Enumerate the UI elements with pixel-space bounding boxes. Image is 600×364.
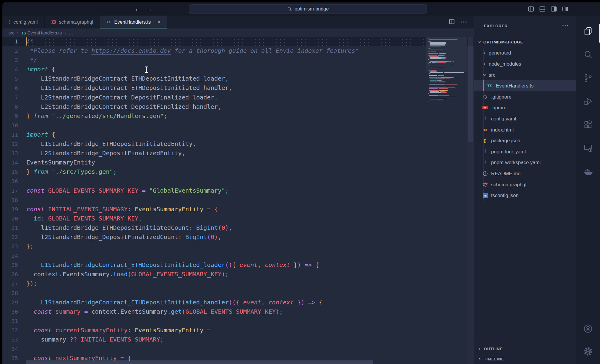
code-line-29[interactable]: 29 L1StandardBridgeContract_ETHDepositIn… [2, 298, 474, 307]
nav-forward-button[interactable]: → [146, 6, 152, 12]
split-editor-icon[interactable] [448, 18, 455, 26]
code-line-20[interactable]: 20 id: GLOBAL_EVENTS_SUMMARY_KEY, [2, 214, 474, 223]
code-line-3[interactable]: 3 */ [2, 55, 474, 65]
code-line-14[interactable]: 14EventsSummaryEntity [2, 158, 474, 167]
tab-label: EventHandlers.ts [114, 19, 151, 25]
tab-config-yaml[interactable]: !config.yaml [2, 16, 45, 28]
tree-item-label: OPTIMISM-BRIDGE [483, 40, 523, 44]
code-line-6[interactable]: 6 L1StandardBridgeContract_ETHDepositIni… [2, 83, 474, 93]
tab-schema-graphql[interactable]: schema.graphql [45, 16, 100, 28]
explorer-more-actions-icon[interactable]: ··· [562, 22, 569, 29]
command-center-search[interactable]: optimism-bridge [189, 4, 427, 13]
horizontal-scrollbar[interactable] [26, 360, 373, 364]
tree-item--gitignore[interactable]: .gitignore [474, 91, 576, 102]
tab-label: schema.graphql [59, 19, 93, 25]
code-editor[interactable]: 1/*2 *Please refer to https://docs.envio… [2, 37, 474, 364]
search-icon [287, 7, 292, 12]
code-line-16[interactable]: 16 [2, 176, 474, 186]
code-line-4[interactable]: 4import { [2, 65, 474, 74]
extensions-icon[interactable] [583, 119, 593, 130]
line-number: 17 [2, 186, 18, 195]
line-number: 35 [2, 354, 18, 363]
tree-item-tsconfig-json[interactable]: TStsconfig.json [474, 190, 576, 201]
code-line-23[interactable]: 23}; [2, 242, 474, 251]
code-line-13[interactable]: 13 L2StandardBridge_DepositFinalizedEnti… [2, 149, 474, 158]
run-debug-icon[interactable] [583, 96, 593, 107]
code-line-2[interactable]: 2 *Please refer to https://docs.envio.de… [2, 46, 474, 55]
toggle-left-sidebar-icon[interactable] [527, 5, 535, 13]
docker-icon[interactable] [583, 166, 593, 177]
customize-layout-icon[interactable] [562, 5, 569, 13]
tree-item-pnpm-workspace-yaml[interactable]: !pnpm-workspace.yaml [474, 157, 576, 168]
editor-more-actions-icon[interactable]: ··· [460, 19, 467, 25]
indent-guide [33, 214, 33, 223]
toggle-panel-icon[interactable] [539, 5, 546, 13]
json-icon: {} [484, 138, 487, 143]
line-number: 5 [2, 74, 18, 83]
tree-item-label: EventHandlers.ts [496, 83, 534, 89]
line-number: 6 [2, 83, 18, 93]
explorer-icon[interactable] [583, 26, 593, 37]
code-line-1[interactable]: 1/* [2, 37, 474, 46]
tree-item--npmrc[interactable]: n.npmrc [474, 102, 576, 114]
code-line-8[interactable]: 8 L2StandardBridgeContract_DepositFinali… [2, 102, 474, 111]
tree-item-package-json[interactable]: {}package.json [474, 135, 576, 146]
explorer-sidebar: EXPLORER ··· OPTIMISM-BRIDGEgeneratednod… [474, 16, 576, 364]
code-line-11[interactable]: 11import { [2, 130, 474, 139]
outline-section-header[interactable]: OUTLINE [474, 344, 576, 354]
line-number: 18 [2, 195, 18, 205]
minimap[interactable] [426, 37, 467, 364]
tree-item-pnpm-lock-yaml[interactable]: !pnpm-lock.yaml [474, 146, 576, 157]
code-line-34[interactable]: 34 [2, 344, 474, 354]
tree-item-eventhandlers-ts[interactable]: TSEventHandlers.ts [474, 80, 576, 91]
tree-item-generated[interactable]: generated [474, 48, 576, 59]
breadcrumb-item[interactable]: src [8, 30, 14, 35]
breadcrumb-chevron-icon: › [64, 30, 66, 35]
code-line-7[interactable]: 7 L2StandardBridgeContract_DepositFinali… [2, 93, 474, 102]
timeline-section-header[interactable]: TIMELINE [474, 354, 576, 364]
yaml-icon: ! [484, 116, 486, 122]
line-number: 1 [2, 37, 18, 46]
toggle-right-sidebar-icon[interactable] [550, 5, 557, 13]
tree-item-index-html[interactable]: <>index.html [474, 124, 576, 135]
code-line-5[interactable]: 5 L1StandardBridgeContract_ETHDepositIni… [2, 74, 474, 83]
nav-back-button[interactable]: ← [134, 6, 141, 12]
close-tab-icon[interactable]: × [157, 19, 160, 25]
breadcrumb-item[interactable]: TS EventHandlers.ts [21, 30, 62, 35]
tab-eventhandlers-ts[interactable]: TSEventHandlers.ts× [100, 16, 167, 28]
vertical-scrollbar[interactable] [467, 37, 474, 364]
tree-root-optimism-bridge[interactable]: OPTIMISM-BRIDGE [474, 37, 576, 48]
yaml-icon: ! [484, 149, 486, 155]
code-line-25[interactable]: 25 L1StandardBridgeContract_ETHDepositIn… [2, 260, 474, 270]
mouse-ibeam-cursor [146, 67, 147, 73]
code-line-30[interactable]: 30 const summary = context.EventsSummary… [2, 307, 474, 316]
code-line-22[interactable]: 22 l2StandardBridge_DepositFinalizedCoun… [2, 232, 474, 242]
tree-item-readme-md[interactable]: README.md [474, 168, 576, 179]
search-icon[interactable] [583, 49, 593, 60]
tree-item-node-modules[interactable]: node_modules [474, 58, 576, 70]
code-line-32[interactable]: 32 const currentSummaryEntity: EventsSum… [2, 326, 474, 335]
code-line-12[interactable]: 12 L1StandardBridge_ETHDepositInitiatedE… [2, 139, 474, 149]
code-line-15[interactable]: 15} from "./src/Types.gen"; [2, 167, 474, 176]
code-line-28[interactable]: 28 [2, 289, 474, 298]
code-line-31[interactable]: 31 [2, 316, 474, 326]
code-line-26[interactable]: 26 context.EventsSummary.load(GLOBAL_EVE… [2, 270, 474, 279]
code-line-21[interactable]: 21 l1StandardBridge_ETHDepositInitiatedC… [2, 223, 474, 232]
code-line-27[interactable]: 27}); [2, 279, 474, 288]
code-line-24[interactable]: 24 [2, 251, 474, 260]
breadcrumb-item[interactable]: … [69, 30, 73, 35]
code-line-19[interactable]: 19const INITIAL_EVENTS_SUMMARY: EventsSu… [2, 205, 474, 214]
tree-item-src[interactable]: src [474, 70, 576, 81]
tree-item-schema-graphql[interactable]: schema.graphql [474, 179, 576, 190]
settings-icon[interactable] [583, 346, 593, 357]
remote-explorer-icon[interactable] [583, 143, 593, 153]
code-line-9[interactable]: 9} from "../generated/src/Handlers.gen"; [2, 111, 474, 121]
code-line-17[interactable]: 17const GLOBAL_EVENTS_SUMMARY_KEY = "Glo… [2, 186, 474, 195]
typescript-icon: TS [21, 31, 26, 35]
source-control-icon[interactable] [583, 73, 593, 83]
code-line-10[interactable]: 10 [2, 121, 474, 130]
code-line-18[interactable]: 18 [2, 195, 474, 205]
account-icon[interactable] [583, 323, 593, 334]
tree-item-config-yaml[interactable]: !config.yaml [474, 113, 576, 124]
code-line-33[interactable]: 33 summary ?? INITIAL_EVENTS_SUMMARY; [2, 335, 474, 344]
